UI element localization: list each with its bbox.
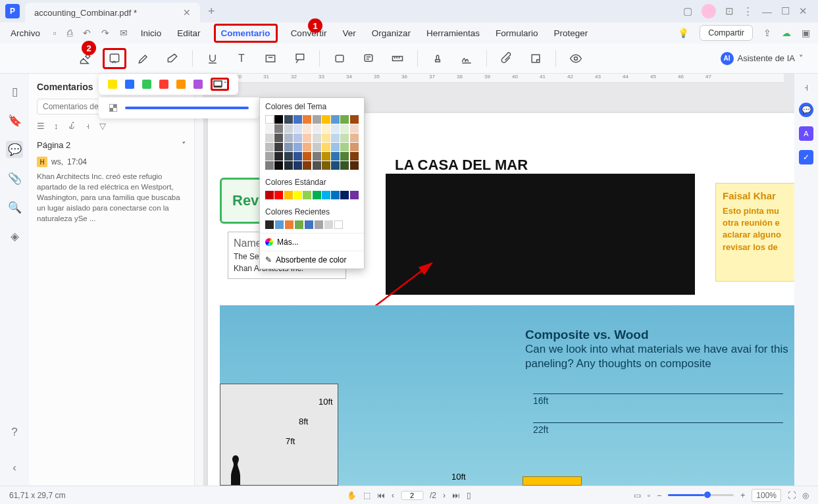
read-mode-icon[interactable]: ◎	[802, 491, 809, 500]
menu-archivo[interactable]: Archivo	[8, 27, 43, 39]
comment-item[interactable]: H ws, 17:04 Khan Architects Inc. creó es…	[37, 157, 186, 224]
properties-icon[interactable]: ⫞	[804, 82, 809, 93]
maximize-icon[interactable]: ☐	[781, 5, 790, 17]
menu-inicio[interactable]: Inicio	[138, 27, 165, 39]
color-cell[interactable]	[265, 115, 274, 124]
color-cell[interactable]	[340, 143, 349, 151]
hide-comments-icon[interactable]	[564, 48, 588, 69]
color-cell[interactable]	[303, 143, 311, 151]
attachment-icon[interactable]	[495, 48, 519, 69]
color-cell[interactable]	[313, 161, 321, 170]
color-cell[interactable]	[274, 115, 283, 124]
custom-color-picker[interactable]: ˅	[211, 78, 229, 91]
color-cell[interactable]	[284, 191, 293, 199]
comments-panel-icon[interactable]: 💬	[6, 141, 23, 158]
filter-list-icon[interactable]: ☰	[37, 121, 45, 131]
color-cell[interactable]	[294, 134, 302, 142]
color-cell[interactable]	[315, 220, 323, 229]
swatch-yellow[interactable]	[108, 80, 117, 89]
kebab-menu-icon[interactable]: ⋮	[743, 5, 753, 17]
color-cell[interactable]	[324, 220, 333, 229]
fullscreen-icon[interactable]: ⛶	[788, 491, 796, 500]
color-cell[interactable]	[322, 191, 330, 199]
color-cell[interactable]	[303, 115, 311, 124]
color-cell[interactable]	[313, 191, 321, 199]
color-cell[interactable]	[295, 220, 303, 229]
color-cell[interactable]	[265, 143, 274, 151]
color-cell[interactable]	[350, 115, 359, 124]
area-highlight-icon[interactable]	[103, 48, 126, 69]
single-page-icon[interactable]: ▯	[467, 491, 471, 500]
menu-proteger[interactable]: Proteger	[551, 27, 590, 39]
eraser-icon[interactable]	[161, 48, 184, 69]
callout-icon[interactable]	[288, 48, 311, 69]
message-icon[interactable]: ⊡	[725, 5, 734, 17]
color-cell[interactable]	[322, 115, 330, 124]
share-link-icon[interactable]: ⇪	[763, 28, 771, 38]
color-cell[interactable]	[284, 143, 293, 151]
color-cell[interactable]	[303, 191, 311, 199]
color-cell[interactable]	[350, 161, 359, 170]
color-cell[interactable]	[274, 191, 283, 199]
swatch-red[interactable]	[159, 80, 168, 89]
stamp-icon[interactable]	[426, 48, 449, 69]
color-cell[interactable]	[265, 124, 274, 133]
thumbnail-panel-icon[interactable]: ▯	[6, 83, 23, 100]
color-cell[interactable]	[340, 115, 349, 124]
chat-icon[interactable]: 💬	[799, 103, 813, 117]
measure-icon[interactable]	[386, 48, 409, 69]
color-cell[interactable]	[303, 124, 311, 133]
color-cell[interactable]	[274, 124, 283, 133]
color-cell[interactable]	[340, 124, 349, 133]
color-cell[interactable]	[284, 134, 293, 142]
redo-icon[interactable]: ↷	[101, 28, 109, 38]
color-cell[interactable]	[322, 161, 330, 170]
filter-icon[interactable]: ⫝̸	[68, 121, 76, 131]
close-tab-icon[interactable]: ✕	[183, 7, 191, 18]
collapse-panel-icon[interactable]: ‹	[6, 459, 23, 476]
color-cell[interactable]	[350, 124, 359, 133]
more-colors-item[interactable]: Más...	[260, 233, 364, 251]
color-cell[interactable]	[350, 143, 359, 151]
new-tab-button[interactable]: +	[208, 5, 215, 18]
signature-icon[interactable]	[455, 48, 478, 69]
color-cell[interactable]	[274, 152, 283, 161]
user-avatar[interactable]	[702, 4, 716, 18]
color-cell[interactable]	[322, 152, 330, 161]
color-cell[interactable]	[350, 191, 359, 199]
select-tool-icon[interactable]: ⬚	[363, 491, 371, 500]
color-cell[interactable]	[274, 134, 283, 142]
bookmark-panel-icon[interactable]: 🔖	[6, 112, 23, 129]
color-cell[interactable]	[350, 134, 359, 142]
color-cell[interactable]	[265, 220, 274, 229]
hand-tool-icon[interactable]: ✋	[347, 491, 357, 500]
last-page-icon[interactable]: ⏭	[452, 491, 460, 500]
page-section-header[interactable]: Página 2 ˅	[37, 140, 186, 150]
window-layout-icon[interactable]: ▢	[683, 5, 692, 17]
color-cell[interactable]	[265, 152, 274, 161]
sticky-note-icon[interactable]	[524, 48, 548, 69]
color-cell[interactable]	[313, 134, 321, 142]
minimize-icon[interactable]: —	[762, 6, 772, 17]
redaction-rectangle[interactable]	[386, 174, 695, 295]
zoom-in-icon[interactable]: +	[740, 491, 745, 500]
color-cell[interactable]	[275, 220, 284, 229]
zoom-value[interactable]: 100%	[752, 489, 781, 502]
color-cell[interactable]	[265, 161, 274, 170]
cloud-icon[interactable]: ☁	[782, 28, 791, 38]
attachments-panel-icon[interactable]: 📎	[6, 170, 23, 187]
menu-herramientas[interactable]: Herramientas	[424, 27, 482, 39]
menu-comentario[interactable]: Comentario	[214, 24, 278, 43]
next-page-icon[interactable]: ›	[443, 491, 446, 500]
color-cell[interactable]	[284, 152, 293, 161]
color-cell[interactable]	[331, 191, 340, 199]
color-cell[interactable]	[331, 115, 340, 124]
lightbulb-icon[interactable]: 💡	[678, 28, 689, 38]
color-cell[interactable]	[285, 220, 294, 229]
color-cell[interactable]	[313, 143, 321, 151]
check-icon[interactable]: ✓	[799, 150, 813, 164]
menu-editar[interactable]: Editar	[174, 27, 203, 39]
funnel-icon[interactable]: ▽	[99, 121, 106, 131]
menu-ver[interactable]: Ver	[340, 27, 358, 39]
underline-icon[interactable]	[201, 48, 224, 69]
